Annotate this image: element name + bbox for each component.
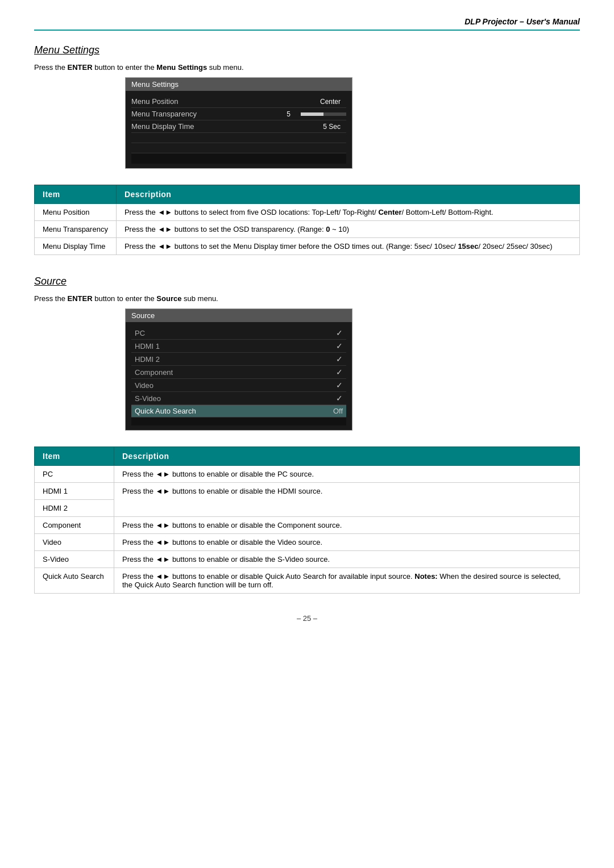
- osd-value-menu-display-time: 5 Sec: [323, 123, 341, 131]
- source-row-pc: PC ✓: [131, 327, 346, 340]
- table-row: HDMI 1 Press the ◄► buttons to enable or…: [35, 483, 580, 500]
- table-row: PC Press the ◄► buttons to enable or dis…: [35, 466, 580, 483]
- osd-slider-transparency: [301, 112, 346, 116]
- osd-slider-fill: [301, 112, 323, 116]
- source-value-quick-auto-search: Off: [333, 407, 343, 415]
- source-label-hdmi1: HDMI 1: [135, 342, 336, 350]
- table-row: Menu Transparency Press the ◄► buttons t…: [35, 221, 580, 238]
- osd-label-menu-position: Menu Position: [131, 97, 320, 106]
- desc-pc: Press the ◄► buttons to enable or disabl…: [114, 466, 580, 483]
- item-hdmi1: HDMI 1: [35, 483, 114, 500]
- desc-quick-auto-search: Press the ◄► buttons to enable or disabl…: [114, 568, 580, 594]
- source-row-empty: [131, 418, 346, 425]
- osd-row-empty-1: [131, 133, 346, 143]
- desc-svideo: Press the ◄► buttons to enable or disabl…: [114, 551, 580, 568]
- osd-label-menu-transparency: Menu Transparency: [131, 110, 287, 118]
- menu-settings-table: Item Description Menu Position Press the…: [34, 185, 580, 255]
- table-row: Menu Display Time Press the ◄► buttons t…: [35, 238, 580, 255]
- source-row-svideo: S-Video ✓: [131, 392, 346, 405]
- osd-value-menu-transparency: 5: [287, 110, 291, 118]
- source-table-header-description: Description: [114, 447, 580, 466]
- source-intro: Press the ENTER button to enter the Sour…: [34, 294, 580, 303]
- source-row-quick-auto-search: Quick Auto Search Off: [131, 405, 346, 418]
- item-hdmi2: HDMI 2: [35, 500, 114, 517]
- menu-settings-section: Menu Settings Press the ENTER button to …: [34, 44, 580, 255]
- source-check-hdmi1: ✓: [336, 341, 343, 350]
- menu-settings-title: Menu Settings: [34, 44, 580, 56]
- source-osd-body: PC ✓ HDMI 1 ✓ HDMI 2 ✓ Component ✓ Video…: [126, 322, 352, 430]
- item-component: Component: [35, 517, 114, 534]
- source-row-video: Video ✓: [131, 379, 346, 392]
- osd-value-menu-position: Center: [320, 98, 341, 106]
- desc-menu-position: Press the ◄► buttons to select from five…: [116, 204, 579, 221]
- source-check-video: ✓: [336, 381, 343, 390]
- table-row: Menu Position Press the ◄► buttons to se…: [35, 204, 580, 221]
- source-osd: Source PC ✓ HDMI 1 ✓ HDMI 2 ✓ Component …: [125, 308, 352, 431]
- table-row: Component Press the ◄► buttons to enable…: [35, 517, 580, 534]
- source-check-component: ✓: [336, 368, 343, 377]
- osd-row-menu-transparency: Menu Transparency 5: [131, 108, 346, 120]
- source-label-hdmi2: HDMI 2: [135, 355, 336, 364]
- source-title: Source: [34, 276, 580, 287]
- desc-hdmi: Press the ◄► buttons to enable or disabl…: [114, 483, 580, 517]
- desc-video: Press the ◄► buttons to enable or disabl…: [114, 534, 580, 551]
- table-header-description: Description: [116, 185, 579, 204]
- table-row: Quick Auto Search Press the ◄► buttons t…: [35, 568, 580, 594]
- source-label-pc: PC: [135, 329, 336, 337]
- osd-row-empty-3: [131, 153, 346, 164]
- source-label-video: Video: [135, 381, 336, 390]
- source-label-component: Component: [135, 368, 336, 377]
- osd-label-menu-display-time: Menu Display Time: [131, 122, 323, 131]
- osd-row-menu-display-time: Menu Display Time 5 Sec: [131, 120, 346, 133]
- page-number: – 25 –: [297, 614, 317, 623]
- source-check-hdmi2: ✓: [336, 354, 343, 364]
- source-check-pc: ✓: [336, 328, 343, 337]
- menu-settings-osd-header: Menu Settings: [126, 78, 352, 91]
- source-label-quick-auto-search: Quick Auto Search: [135, 407, 333, 415]
- table-header-item: Item: [35, 185, 117, 204]
- desc-menu-display-time: Press the ◄► buttons to set the Menu Dis…: [116, 238, 579, 255]
- source-check-svideo: ✓: [336, 394, 343, 403]
- menu-settings-osd: Menu Settings Menu Position Center Menu …: [125, 77, 352, 169]
- item-quick-auto-search: Quick Auto Search: [35, 568, 114, 594]
- source-row-hdmi1: HDMI 1 ✓: [131, 340, 346, 353]
- source-row-component: Component ✓: [131, 366, 346, 379]
- item-menu-position: Menu Position: [35, 204, 117, 221]
- page-footer: – 25 –: [34, 614, 580, 623]
- menu-settings-intro: Press the ENTER button to enter the Menu…: [34, 63, 580, 72]
- source-table: Item Description PC Press the ◄► buttons…: [34, 446, 580, 594]
- item-menu-display-time: Menu Display Time: [35, 238, 117, 255]
- osd-row-menu-position: Menu Position Center: [131, 95, 346, 108]
- osd-row-empty-2: [131, 143, 346, 153]
- item-svideo: S-Video: [35, 551, 114, 568]
- table-row: Video Press the ◄► buttons to enable or …: [35, 534, 580, 551]
- header-title: DLP Projector – User's Manual: [464, 17, 580, 26]
- desc-menu-transparency: Press the ◄► buttons to set the OSD tran…: [116, 221, 579, 238]
- page-header: DLP Projector – User's Manual: [34, 17, 580, 31]
- source-label-svideo: S-Video: [135, 394, 336, 403]
- item-pc: PC: [35, 466, 114, 483]
- source-table-header-item: Item: [35, 447, 114, 466]
- source-row-hdmi2: HDMI 2 ✓: [131, 353, 346, 366]
- item-video: Video: [35, 534, 114, 551]
- desc-component: Press the ◄► buttons to enable or disabl…: [114, 517, 580, 534]
- menu-settings-osd-body: Menu Position Center Menu Transparency 5…: [126, 91, 352, 168]
- source-section: Source Press the ENTER button to enter t…: [34, 276, 580, 594]
- source-osd-header: Source: [126, 309, 352, 322]
- table-row: S-Video Press the ◄► buttons to enable o…: [35, 551, 580, 568]
- item-menu-transparency: Menu Transparency: [35, 221, 117, 238]
